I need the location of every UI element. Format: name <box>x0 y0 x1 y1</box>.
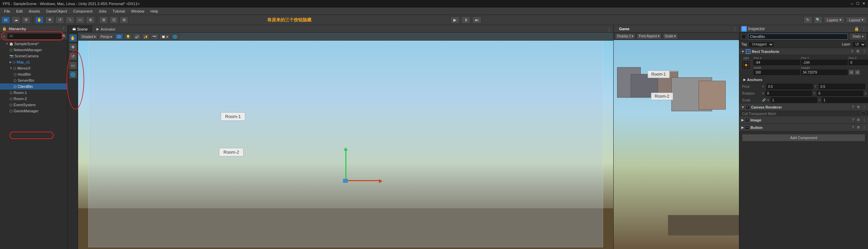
inspector-lock-icon[interactable]: 🔒 <box>854 26 859 31</box>
hand-scene-tool[interactable]: ✋ <box>69 34 77 42</box>
pivot-bc[interactable] <box>745 67 747 69</box>
menu-tutorial[interactable]: Tutorial <box>110 8 128 14</box>
menu-window[interactable]: Window <box>128 8 147 14</box>
scale-y-field[interactable] <box>822 97 868 103</box>
layout-dropdown[interactable]: Layout ▾ <box>846 17 867 23</box>
globe-scene-tool[interactable]: 🌐 <box>69 71 77 79</box>
play-btn[interactable]: ▶ <box>450 16 460 24</box>
posx-field[interactable] <box>754 60 800 65</box>
constraint-h-btn[interactable]: ⊡ <box>855 70 860 75</box>
grid-btn[interactable]: ⊞ <box>120 16 128 24</box>
pivot-mr[interactable] <box>748 64 749 66</box>
audio-btn[interactable]: 🔊 <box>133 34 141 40</box>
game-scale-btn[interactable]: Scale ▾ <box>663 33 678 39</box>
menu-jobs[interactable]: Jobs <box>96 8 109 14</box>
hierarchy-add-btn[interactable]: + <box>1 34 7 39</box>
hierarchy-item-serverbtn[interactable]: ⬡ ServerBtn <box>0 77 68 83</box>
canvas-settings-icon[interactable]: ⚙ <box>857 105 860 109</box>
game-display-btn[interactable]: Display 1 ▾ <box>615 33 635 39</box>
hierarchy-lock-icon[interactable]: 🔒 <box>2 26 7 31</box>
hierarchy-search[interactable] <box>7 34 61 39</box>
pivot-br[interactable] <box>748 67 749 69</box>
canvas-renderer-checkbox[interactable] <box>746 105 750 109</box>
button-component-header[interactable]: ▶ Button ? ⚙ ⋮ <box>739 124 868 131</box>
menu-assets[interactable]: Assets <box>26 8 43 14</box>
scale-tool[interactable]: ⤡ <box>66 16 74 24</box>
rect-settings-icon[interactable]: ⚙ <box>856 49 860 54</box>
rotate-scene-tool[interactable]: ↺ <box>69 52 77 60</box>
button-help-icon[interactable]: ? <box>852 126 854 129</box>
button-checkbox[interactable] <box>745 126 749 130</box>
inspector-menu-icon[interactable]: ⋮ <box>862 26 866 31</box>
scale-x-field[interactable] <box>771 97 817 103</box>
rect-help-icon[interactable]: ? <box>851 50 853 54</box>
rect-tool[interactable]: ▭ <box>76 16 85 24</box>
menu-help[interactable]: Help <box>148 8 161 14</box>
object-name-field[interactable] <box>748 34 848 40</box>
add-component-button[interactable]: Add Component <box>742 134 865 141</box>
pivot-tc[interactable] <box>745 62 747 63</box>
lighting-btn[interactable]: 💡 <box>124 34 132 40</box>
object-active-checkbox[interactable] <box>741 34 746 39</box>
image-menu-icon[interactable]: ⋮ <box>863 118 866 122</box>
height-field[interactable] <box>801 70 848 75</box>
rect-menu-icon[interactable]: ⋮ <box>862 49 866 54</box>
menu-gameobject[interactable]: GameObject <box>43 8 70 14</box>
constraint-w-btn[interactable]: ⊡ <box>849 70 854 75</box>
game-aspect-btn[interactable]: Free Aspect ▾ <box>637 33 661 39</box>
static-dropdown[interactable]: Static ▾ <box>850 34 866 39</box>
hierarchy-item-samplescene[interactable]: ▼ 🏠 SampleScene* <box>0 41 68 47</box>
image-checkbox[interactable] <box>745 118 749 122</box>
hierarchy-item-room2[interactable]: ⬡ Room-2 <box>0 96 68 102</box>
pivot-selector[interactable] <box>741 60 751 70</box>
scene-viewport[interactable]: Shaded ▾ Persp ▾ 2D 💡 🔊 ✨ 📷 🔲 ▾ 🌐 <box>78 33 613 249</box>
button-settings-icon[interactable]: ⚙ <box>857 126 860 129</box>
posy-field[interactable] <box>801 60 848 65</box>
rect-scene-tool[interactable]: ▭ <box>69 61 77 70</box>
collab-btn[interactable]: ☁ <box>12 16 20 24</box>
layer-select[interactable]: UI <box>852 42 866 47</box>
max-btn[interactable]: ☐ <box>856 1 860 6</box>
snap-btn[interactable]: ⊡ <box>109 16 118 24</box>
settings-btn[interactable]: ⚙ <box>22 16 31 24</box>
canvas-help-icon[interactable]: ? <box>852 105 854 109</box>
combo-tool[interactable]: ⊕ <box>86 16 95 24</box>
cull-checkbox[interactable] <box>861 112 865 116</box>
pivot-x-field[interactable] <box>766 84 813 89</box>
image-help-icon[interactable]: ? <box>852 118 854 122</box>
search-scene-btn[interactable]: 🌐 <box>171 34 179 40</box>
hierarchy-item-networkmanager[interactable]: ⬡ NetworkManager <box>0 47 68 53</box>
canvas-renderer-header[interactable]: ▼ Canvas Renderer ? ⚙ ⋮ <box>739 103 868 111</box>
menu-component[interactable]: Component <box>70 8 95 14</box>
hierarchy-item-clientbtn[interactable]: ⬡ ClientBtn <box>0 83 68 90</box>
custom-tool[interactable]: ⊞ <box>99 16 108 24</box>
pivot-bl[interactable] <box>743 67 744 69</box>
hierarchy-item-room1[interactable]: ⬡ Room-1 <box>0 90 68 96</box>
hierarchy-menu-icon[interactable]: ⋮ <box>62 26 66 31</box>
move-tool[interactable]: ✥ <box>45 16 54 24</box>
rotation-y-field[interactable] <box>817 91 863 96</box>
menu-edit[interactable]: Edit <box>14 8 25 14</box>
min-btn[interactable]: ─ <box>851 2 853 6</box>
scene-panel-menu[interactable]: ⋮ <box>605 27 613 32</box>
image-settings-icon[interactable]: ⚙ <box>857 118 860 122</box>
gizmos-btn[interactable]: 🔲 ▾ <box>159 34 170 40</box>
hierarchy-item-eventsystem[interactable]: ⬡ EventSystem <box>0 102 68 108</box>
pivot-mc[interactable] <box>745 64 747 66</box>
scene-camera-btn[interactable]: 📷 <box>150 34 159 40</box>
menu-file[interactable]: File <box>1 8 13 14</box>
close-btn[interactable]: ✕ <box>862 1 865 6</box>
pivot-ml[interactable] <box>743 64 744 66</box>
animator-tab[interactable]: ▶ Animator <box>92 25 120 32</box>
canvas-menu-icon[interactable]: ⋮ <box>863 105 866 109</box>
rotate-tool[interactable]: ↺ <box>55 16 64 24</box>
button-menu-icon[interactable]: ⋮ <box>863 126 866 129</box>
move-scene-tool[interactable]: ✥ <box>69 43 77 51</box>
perspective-btn[interactable]: Persp ▾ <box>98 34 114 40</box>
anchors-header[interactable]: ▶ Anchors <box>739 76 868 83</box>
tag-select[interactable]: Untagged <box>749 42 774 47</box>
hierarchy-item-scenecamera[interactable]: 📷 SceneCamera <box>0 53 68 59</box>
2d-btn[interactable]: 2D <box>115 34 123 40</box>
search-btn[interactable]: 🔍 <box>814 16 822 24</box>
collab-sync-btn[interactable]: ↻ <box>803 16 812 24</box>
